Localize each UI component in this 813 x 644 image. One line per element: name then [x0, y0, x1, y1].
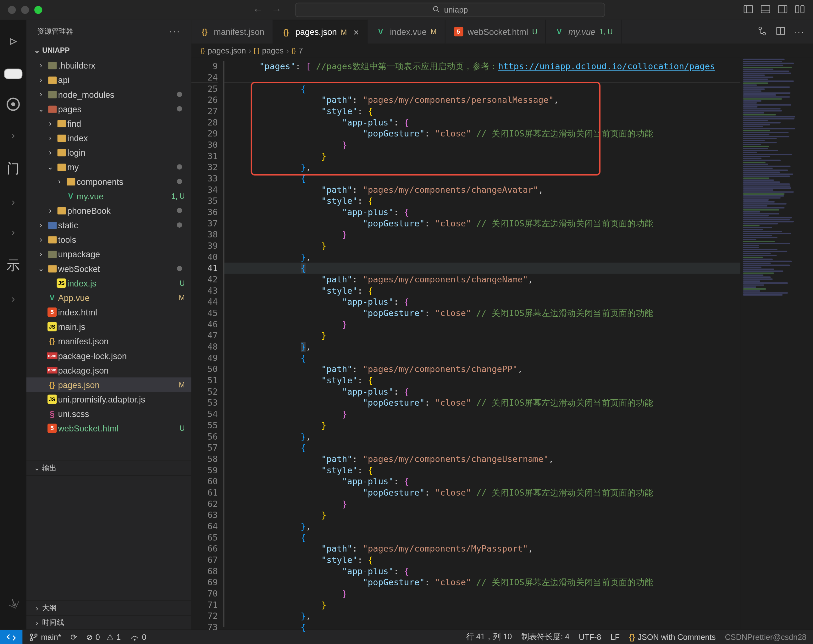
file-name: index [67, 133, 185, 143]
editor-tab[interactable]: webSocket.htmlU [445, 20, 546, 44]
file-name: node_modules [58, 89, 177, 99]
tree-item[interactable]: ⌄pages [26, 101, 191, 116]
fold-yellow-icon [55, 134, 67, 141]
split-icon[interactable] [776, 26, 786, 38]
editor-tab[interactable]: my.vue1, U [546, 20, 622, 44]
tree-item[interactable]: manifest.json [26, 334, 191, 348]
tab-label: pages.json [295, 27, 337, 37]
tree-item[interactable]: pages.jsonM [26, 377, 191, 392]
tab-label: webSocket.html [468, 27, 528, 37]
editor-tab[interactable]: manifest.json [191, 20, 273, 44]
tree-item[interactable]: ⌄webSocket [26, 261, 191, 276]
tree-item[interactable]: ›.hbuilderx [26, 58, 191, 73]
tree-item[interactable]: ›login [26, 145, 191, 160]
breadcrumb-segment[interactable]: pages.json [208, 46, 246, 55]
tab-label: index.vue [390, 27, 427, 37]
nav-back-icon[interactable]: ← [253, 4, 263, 16]
svg-rect-8 [795, 5, 799, 12]
tree-item[interactable]: ›node_modules [26, 87, 191, 101]
cursor-position[interactable]: 行 41，列 10 [466, 632, 512, 643]
prettier-status[interactable]: CSDNPrettier@csdn28 [725, 632, 806, 641]
minimap[interactable] [740, 58, 813, 630]
outline-section-header[interactable]: › 大纲 [26, 601, 191, 615]
close-window-dot[interactable] [8, 6, 16, 14]
tree-item[interactable]: uni.scss [26, 406, 191, 421]
tab-label: manifest.json [214, 27, 264, 37]
tree-item[interactable]: my.vue1, U [26, 189, 191, 203]
rail-icon[interactable]: › [11, 129, 15, 141]
tree-item[interactable]: App.vueM [26, 290, 191, 305]
tree-item[interactable]: ›phoneBook [26, 203, 191, 218]
tree-item[interactable]: webSocket.htmlU [26, 421, 191, 435]
svg-rect-2 [744, 5, 753, 12]
tree-item[interactable]: ›components [26, 174, 191, 189]
git-branch[interactable]: main* [29, 632, 61, 641]
rail-icon[interactable]: › [11, 196, 15, 208]
fold-yellow-icon [55, 149, 67, 156]
fold-yellow-icon [46, 265, 58, 272]
compare-icon[interactable] [757, 26, 768, 38]
command-center[interactable]: uniapp [295, 3, 605, 17]
tree-item[interactable]: uni.promisify.adaptor.js [26, 392, 191, 406]
ports[interactable]: 0 [130, 632, 147, 641]
tree-item[interactable]: ›unpackage [26, 247, 191, 261]
sync-icon[interactable]: ⟳ [70, 632, 77, 641]
file-name: index.html [58, 307, 185, 317]
rail-icon[interactable] [4, 69, 23, 79]
layout-secondary-icon[interactable] [778, 4, 788, 16]
gutter: 9242526272829303132333435363738394041424… [191, 58, 225, 630]
tree-item[interactable]: index.jsU [26, 276, 191, 290]
rail-icon[interactable]: › [11, 293, 15, 305]
output-section-header[interactable]: ⌄ 输出 [26, 461, 191, 475]
tree-item[interactable]: package-lock.json [26, 348, 191, 363]
layout-customize-icon[interactable] [795, 4, 805, 16]
project-root[interactable]: ⌄ UNIAPP [26, 42, 191, 58]
tree-item[interactable]: ›tools [26, 232, 191, 247]
tab-more-icon[interactable]: ··· [794, 27, 805, 37]
code-area[interactable]: 9242526272829303132333435363738394041424… [191, 58, 813, 630]
file-name: package-lock.json [58, 351, 185, 360]
tree-item[interactable]: ›index [26, 130, 191, 145]
rail-icon[interactable] [7, 35, 19, 50]
nav-forward-icon[interactable]: → [271, 4, 282, 16]
minimize-window-dot[interactable] [21, 6, 29, 14]
tree-item[interactable]: package.json [26, 363, 191, 377]
maximize-window-dot[interactable] [34, 6, 42, 14]
file-name: webSocket [58, 264, 177, 273]
file-name: my.vue [77, 191, 171, 201]
rail-icon[interactable]: 示 [7, 257, 20, 274]
breadcrumb[interactable]: {}pages.json›[ ]pages›{}7 [191, 43, 813, 58]
editor-tab[interactable]: pages.jsonM× [273, 20, 367, 44]
tree-item[interactable]: index.html [26, 305, 191, 319]
tree-item[interactable]: main.js [26, 319, 191, 334]
rail-icon[interactable] [7, 98, 20, 111]
explorer-sidebar: 资源管理器 ··· ⌄ UNIAPP ›.hbuilderx›api›node_… [26, 20, 191, 630]
problems[interactable]: 0 1 [86, 632, 121, 641]
file-name: find [67, 118, 185, 128]
breadcrumb-segment[interactable]: pages [262, 46, 283, 55]
svg-line-1 [438, 11, 439, 12]
breadcrumb-segment[interactable]: 7 [299, 46, 303, 55]
layout-panel-icon[interactable] [760, 4, 771, 16]
rail-icon[interactable]: ⇲ [7, 596, 20, 611]
fold-yellow-icon [46, 76, 58, 83]
rail-icon[interactable]: 门 [7, 160, 20, 178]
remote-button[interactable] [0, 630, 22, 644]
code-body[interactable]: "pages": [ //pages数组中第一项表示应用启动页，参考：https… [225, 58, 740, 630]
file-name: api [58, 75, 185, 84]
timeline-section-header[interactable]: › 时间线 [26, 615, 191, 630]
layout-primary-icon[interactable] [743, 4, 754, 16]
editor-tab[interactable]: index.vueM [367, 20, 445, 44]
file-name: my [67, 162, 177, 172]
encoding[interactable]: UTF-8 [579, 632, 601, 641]
language-mode[interactable]: {} JSON with Comments [629, 632, 716, 641]
eol[interactable]: LF [611, 632, 620, 641]
tree-item[interactable]: ⌄my [26, 160, 191, 174]
close-tab-icon[interactable]: × [354, 27, 359, 37]
tree-item[interactable]: ›find [26, 116, 191, 130]
indent-setting[interactable]: 制表符长度: 4 [521, 632, 570, 643]
rail-icon[interactable]: › [11, 226, 15, 238]
tree-item[interactable]: ›api [26, 73, 191, 87]
explorer-more-icon[interactable]: ··· [169, 26, 181, 37]
tree-item[interactable]: ›static [26, 218, 191, 232]
